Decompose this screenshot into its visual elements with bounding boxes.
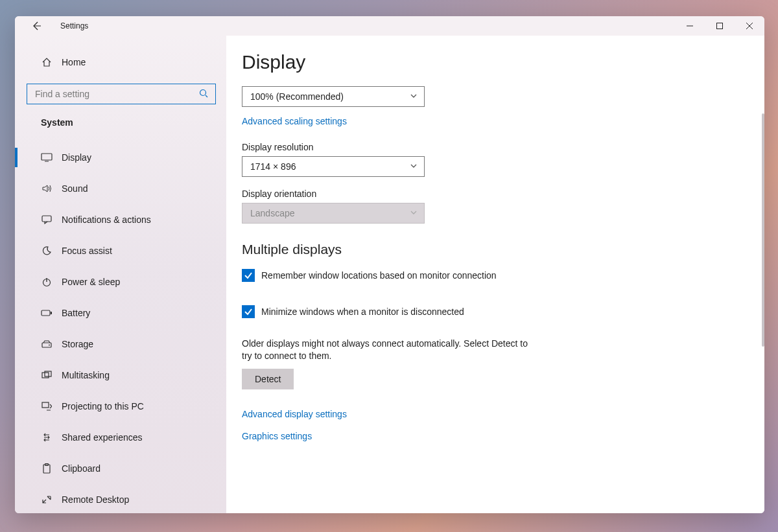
chevron-down-icon [410,208,418,218]
maximize-button[interactable] [705,16,735,36]
content-panel: Display 100% (Recommended) Advanced scal… [226,36,764,513]
shared-icon [41,432,53,443]
settings-window: Settings Home System DisplaySoundNotific… [15,16,764,513]
svg-rect-3 [42,216,51,222]
sidebar-item-multitask[interactable]: Multitasking [15,360,226,391]
section-label: System [15,104,226,134]
svg-rect-0 [717,23,723,29]
power-icon [41,277,53,287]
orientation-label: Display orientation [242,189,745,199]
sidebar-item-label: Shared experiences [62,432,143,443]
sidebar-item-label: Display [62,152,91,163]
detect-description: Older displays might not always connect … [242,338,534,362]
sidebar-item-sound[interactable]: Sound [15,173,226,204]
svg-point-8 [49,345,50,346]
battery-icon [41,309,53,317]
remote-icon [41,495,53,504]
sidebar-item-label: Sound [62,183,88,194]
svg-point-1 [200,90,206,96]
close-icon [746,23,753,29]
advanced-scaling-link[interactable]: Advanced scaling settings [242,116,347,126]
minimize-disconnected-checkbox[interactable] [242,305,255,318]
scale-combobox[interactable]: 100% (Recommended) [242,86,425,107]
resolution-combobox[interactable]: 1714 × 896 [242,156,425,177]
sidebar-item-label: Battery [62,308,90,318]
sidebar-item-label: Multitasking [62,370,110,380]
sidebar-item-power[interactable]: Power & sleep [15,266,226,297]
sidebar-item-label: Projecting to this PC [62,401,144,411]
window-title: Settings [60,21,88,30]
remember-locations-checkbox[interactable] [242,269,255,282]
nav-list: DisplaySoundNotifications & actionsFocus… [15,142,226,513]
sidebar-item-clipboard[interactable]: Clipboard [15,453,226,484]
svg-rect-7 [42,343,51,347]
minimize-button[interactable] [675,16,705,36]
sidebar-item-label: Focus assist [62,246,112,256]
sidebar-item-battery[interactable]: Battery [15,297,226,329]
maximize-icon [716,23,723,29]
multiple-displays-heading: Multiple displays [242,242,745,257]
orientation-value: Landscape [250,208,295,218]
message-icon [41,215,53,224]
resolution-value: 1714 × 896 [250,161,296,172]
search-icon [199,89,208,100]
svg-rect-6 [51,312,52,314]
orientation-combobox: Landscape [242,203,425,224]
sidebar-item-label: Storage [62,339,93,349]
svg-rect-11 [42,402,49,408]
display-icon [41,153,53,162]
home-label: Home [62,57,86,67]
sidebar-item-label: Clipboard [62,463,100,474]
moon-icon [41,246,53,256]
close-button[interactable] [735,16,764,36]
sidebar-item-display[interactable]: Display [15,142,226,173]
sidebar: Home System DisplaySoundNotifications & … [15,36,226,513]
titlebar: Settings [15,16,764,36]
sidebar-item-remote[interactable]: Remote Desktop [15,484,226,513]
sidebar-item-label: Notifications & actions [62,214,151,225]
chevron-down-icon [410,161,418,172]
sidebar-item-label: Power & sleep [62,277,120,287]
multitask-icon [41,371,53,380]
minimize-disconnected-label: Minimize windows when a monitor is disco… [261,306,464,317]
arrow-left-icon [31,21,41,31]
scrollbar-thumb[interactable] [762,113,764,347]
detect-button[interactable]: Detect [242,369,294,389]
home-nav[interactable]: Home [15,49,226,76]
clipboard-icon [41,463,53,474]
chevron-down-icon [410,91,418,102]
scale-value: 100% (Recommended) [250,91,344,102]
page-title: Display [242,51,745,86]
svg-rect-9 [42,373,49,378]
sound-icon [41,183,53,194]
check-icon [244,307,253,316]
svg-rect-10 [45,371,51,376]
drive-icon [41,340,53,348]
minimize-icon [687,23,693,29]
resolution-label: Display resolution [242,142,745,152]
remember-locations-label: Remember window locations based on monit… [261,270,497,281]
graphics-settings-link[interactable]: Graphics settings [242,431,745,441]
advanced-display-link[interactable]: Advanced display settings [242,409,745,419]
project-icon [41,402,53,411]
svg-rect-2 [41,154,52,160]
sidebar-item-project[interactable]: Projecting to this PC [15,391,226,422]
sidebar-item-message[interactable]: Notifications & actions [15,204,226,235]
svg-rect-5 [41,310,50,316]
sidebar-item-label: Remote Desktop [62,494,129,505]
sidebar-item-shared[interactable]: Shared experiences [15,422,226,453]
sidebar-item-moon[interactable]: Focus assist [15,235,226,266]
check-icon [244,271,253,280]
back-button[interactable] [29,19,43,33]
sidebar-item-drive[interactable]: Storage [15,329,226,360]
home-icon [41,57,53,67]
search-input[interactable] [27,84,216,104]
